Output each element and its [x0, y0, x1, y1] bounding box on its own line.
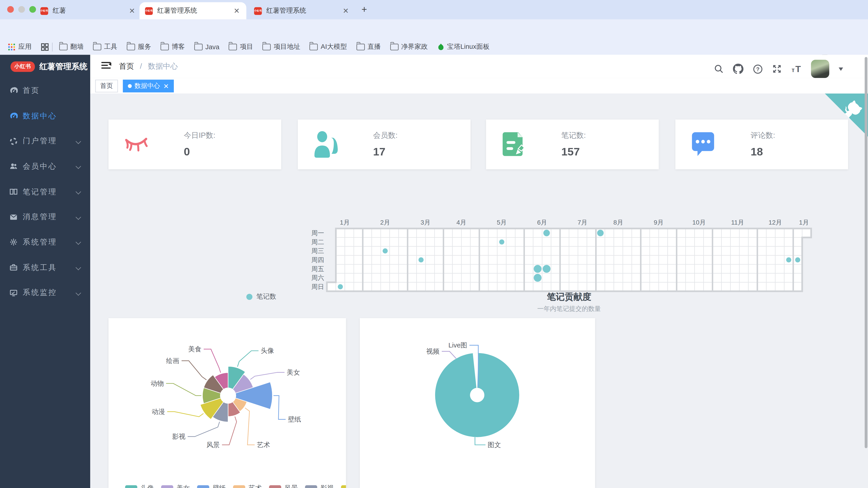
apps-shortcut[interactable]: 应用	[8, 42, 31, 52]
bookmark-folder-label: 直播	[367, 42, 381, 52]
page-scrollbar[interactable]	[865, 57, 867, 448]
bookmark-folder[interactable]: 直播	[356, 42, 381, 52]
stat-value: 157	[561, 145, 586, 158]
bookmark-folder[interactable]: 工具	[93, 42, 117, 52]
svg-text:周六: 周六	[311, 274, 324, 281]
breadcrumb-current: 数据中心	[148, 62, 178, 70]
search-icon[interactable]	[714, 64, 723, 74]
browser-tab[interactable]: 小红书红薯管理系统✕	[249, 2, 355, 20]
bookmark-folder[interactable]: Java	[194, 43, 219, 51]
svg-text:10月: 10月	[692, 219, 706, 226]
rose-label: 动漫	[152, 408, 165, 415]
tab-close-icon[interactable]: ✕	[232, 6, 241, 15]
browser-tab[interactable]: 小红书红薯管理系统✕	[140, 2, 246, 20]
svg-text:7月: 7月	[578, 219, 587, 226]
bookmarks-separator	[52, 42, 53, 51]
sidebar-item-label: 消息管理	[23, 212, 76, 222]
browser-toolbar: 不安全 115.190.73.103/admin/dashboard ☆ N ⋮	[0, 20, 868, 39]
bookmark-folder[interactable]: 翻墙	[59, 42, 84, 52]
heatmap-legend[interactable]: 笔记数	[246, 292, 276, 302]
minimize-window-button[interactable]	[18, 6, 25, 13]
bookmark-folder[interactable]: 项目地址	[263, 42, 301, 52]
bookmark-folder-label: 服务	[138, 42, 151, 52]
stat-label: 会员数:	[373, 131, 398, 140]
stat-card: 今日IP数:0	[108, 120, 281, 169]
bookmark-folder[interactable]: 博客	[160, 42, 185, 52]
sidebar-item-门户管理[interactable]: 门户管理	[0, 129, 90, 154]
legend-item-风景[interactable]: 风景	[269, 484, 298, 488]
legend-item-壁纸[interactable]: 壁纸	[197, 484, 226, 488]
stat-value: 18	[751, 145, 775, 158]
user-menu-caret-icon[interactable]	[839, 68, 843, 73]
header-actions: ? тT	[714, 60, 843, 78]
rose-label: 美食	[188, 345, 202, 353]
tab-favicon: 小红书	[145, 7, 153, 15]
tag-view-首页[interactable]: 首页	[95, 80, 118, 92]
stat-card: 会员数:17	[298, 120, 471, 169]
tab-close-icon[interactable]: ✕	[128, 6, 136, 15]
bookmark-folder-label: AI大模型	[321, 42, 347, 52]
bookmark-baota[interactable]: 宝塔Linux面板	[437, 42, 490, 52]
legend-swatch-icon	[233, 485, 245, 488]
help-icon[interactable]: ?	[753, 64, 763, 74]
tab-favicon: 小红书	[254, 7, 262, 15]
legend-item-影视[interactable]: 影视	[305, 484, 334, 488]
legend-item-美女[interactable]: 美女	[161, 484, 190, 488]
legend-item-头像[interactable]: 头像	[125, 484, 154, 488]
breadcrumb-home[interactable]: 首页	[119, 62, 134, 70]
tags-view-bar: 首页数据中心✕	[90, 78, 868, 94]
fullscreen-icon[interactable]	[772, 64, 782, 74]
bookmark-folder[interactable]: 服务	[127, 42, 151, 52]
sidebar-item-消息管理[interactable]: 消息管理	[0, 204, 90, 230]
bookmark-folders: 翻墙工具服务博客Java项目项目地址AI大模型直播净界家政	[59, 42, 437, 52]
sidebar-item-笔记管理[interactable]: 笔记管理	[0, 179, 90, 204]
user-avatar[interactable]	[811, 60, 829, 78]
sidebar-item-数据中心[interactable]: 数据中心	[0, 103, 90, 129]
svg-text:4月: 4月	[456, 219, 466, 226]
bookmark-folder-label: 工具	[104, 42, 117, 52]
monitor-icon	[9, 289, 18, 297]
font-size-icon[interactable]: тT	[791, 64, 802, 74]
rose-label: 风景	[206, 441, 220, 449]
svg-text:т: т	[792, 67, 795, 73]
new-tab-button[interactable]: +	[362, 4, 367, 15]
bookmark-folder[interactable]: 项目	[229, 42, 253, 52]
sidebar-fold-icon[interactable]	[101, 62, 111, 70]
bookmark-folder[interactable]: 净界家政	[390, 42, 428, 52]
message-icon	[9, 213, 18, 221]
rose-label: 艺术	[257, 441, 270, 449]
legend-label: 艺术	[249, 484, 262, 488]
legend-swatch-icon	[305, 485, 317, 488]
legend-item-艺术[interactable]: 艺术	[233, 484, 262, 488]
tag-label: 首页	[100, 82, 113, 90]
sidebar-item-会员中心[interactable]: 会员中心	[0, 154, 90, 179]
close-window-button[interactable]	[7, 6, 14, 13]
legend-item-动漫[interactable]: 动漫	[341, 484, 346, 488]
github-icon[interactable]	[733, 64, 743, 74]
bookmark-folder[interactable]: AI大模型	[310, 42, 347, 52]
donut-label: 视频	[426, 348, 440, 355]
tag-close-icon[interactable]: ✕	[163, 82, 169, 90]
rose-chart[interactable]: 头像美女壁纸艺术风景影视动漫动物绘画美食	[108, 318, 346, 488]
sidebar-item-系统工具[interactable]: 系统工具	[0, 255, 90, 281]
browser-tab[interactable]: 小红书红薯✕	[35, 2, 142, 20]
brand[interactable]: 小红书 红薯管理系统	[0, 55, 90, 78]
svg-text:1月: 1月	[799, 219, 809, 226]
stat-label: 评论数:	[751, 131, 775, 140]
sidebar-item-系统监控[interactable]: 系统监控	[0, 280, 90, 305]
legend-swatch-icon	[269, 485, 281, 488]
sidebar-item-系统管理[interactable]: 系统管理	[0, 230, 90, 255]
app-header: 首页 / 数据中心 ? тT	[90, 55, 868, 78]
tag-view-数据中心[interactable]: 数据中心✕	[123, 80, 174, 92]
donut-chart[interactable]: Live图视频图文	[360, 318, 595, 488]
folder-icon	[390, 43, 399, 50]
sidebar-item-label: 门户管理	[23, 136, 76, 146]
donut-label: Live图	[448, 341, 467, 349]
sidebar-item-首页[interactable]: 首页	[0, 78, 90, 103]
tab-close-icon[interactable]: ✕	[342, 6, 350, 15]
svg-text:12月: 12月	[769, 219, 782, 226]
data-center-icon	[9, 112, 18, 120]
apps-label: 应用	[18, 42, 32, 52]
calendar-heatmap-chart[interactable]: 1月2月3月4月5月6月7月8月9月10月11月12月1月周一周二周三周四周五周…	[306, 219, 815, 298]
dashboard-grid-icon[interactable]	[41, 43, 49, 51]
